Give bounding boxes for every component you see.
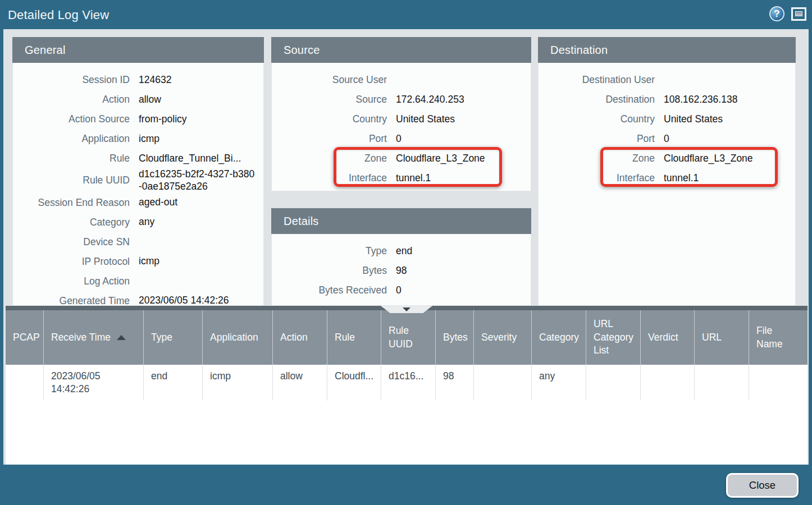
dialog-titlebar: Detailed Log View ? [0,0,812,29]
col-header-label: Category [539,331,579,345]
field-value: 2023/06/05 14:42:26 [139,295,263,306]
field-row-source-port: Port 0 [272,129,531,149]
help-icon-glyph: ? [774,8,779,20]
col-header-url[interactable]: URL [695,310,749,365]
field-label: Destination User [539,74,655,86]
col-header-label: Verdict [648,331,678,345]
field-label: IP Protocol [13,256,130,268]
table-row[interactable]: 2023/06/05 14:42:26 end icmp allow Cloud… [6,365,808,401]
col-header-label: URL Category List [594,318,633,357]
field-value: d1c16235-b2f2-4327-b380-0ae1875e2a26 [139,168,263,193]
field-row-application: Application icmp [13,129,263,149]
sort-ascending-icon [117,335,126,340]
cell-pcap [6,365,44,401]
field-label: Zone [272,153,387,164]
field-row-log-action: Log Action [13,272,263,291]
window-restore-icon[interactable] [791,7,806,21]
field-value: 0 [396,133,531,145]
col-header-action[interactable]: Action [273,310,327,365]
field-row-generated-time: Generated Time 2023/06/05 14:42:26 [13,291,263,306]
col-header-application[interactable]: Application [203,310,273,365]
field-label: Action Source [13,113,130,125]
field-label: Device SN [13,236,130,248]
field-label: Bytes [272,265,387,277]
destination-panel-header: Destination [538,37,796,63]
col-header-verdict[interactable]: Verdict [641,310,695,365]
field-row-source-zone: Zone Cloudflare_L3_Zone [272,149,531,168]
field-label: Source [272,94,387,105]
col-header-label: Application [210,331,258,345]
field-row-ip-protocol: IP Protocol icmp [13,252,263,272]
field-label: Rule UUID [13,175,130,186]
field-value: 172.64.240.253 [396,94,531,106]
cell-application: icmp [203,365,273,401]
field-value: icmp [139,255,263,268]
field-row-source-interface: Interface tunnel.1 [272,168,531,188]
col-header-label: File Name [756,324,800,351]
field-row-rule: Rule Cloudflare_Tunnel_Bi... [13,149,263,168]
general-panel: General Session ID 124632 Action allow A… [12,37,264,306]
field-row-rule-uuid: Rule UUID d1c16235-b2f2-4327-b380-0ae187… [13,168,263,193]
col-header-rule-uuid[interactable]: Rule UUID [381,310,436,365]
field-label: Log Action [13,276,130,287]
field-label: Source User [272,74,387,86]
field-value: from-policy [139,113,263,126]
field-label: Application [13,133,130,145]
panel-table-splitter[interactable] [6,306,808,310]
details-panel-body: Type end Bytes 98 Bytes Received 0 [271,234,531,306]
field-label: Generated Time [13,295,130,306]
col-header-file-name[interactable]: File Name [749,310,808,365]
field-label: Country [272,113,387,125]
field-value: United States [664,113,795,126]
details-panel-header: Details [271,208,531,234]
field-row-destination-user: Destination User [539,70,795,90]
field-label: Category [13,217,130,228]
col-header-pcap[interactable]: PCAP [6,310,44,365]
cell-rule: Cloudfl... [327,365,381,401]
col-header-receive-time[interactable]: Receive Time [44,310,144,365]
details-panel: Details Type end Bytes 98 Bytes Received… [271,208,531,306]
field-label: Port [539,133,655,145]
field-value: United States [396,113,531,126]
field-row-bytes: Bytes 98 [272,261,531,281]
col-header-type[interactable]: Type [144,310,203,365]
field-label: Action [13,94,130,105]
field-label: Destination [539,94,655,105]
field-label: Session End Reason [13,197,130,209]
field-label: Type [272,245,387,257]
col-header-label: Receive Time [51,331,111,345]
col-header-url-category-list[interactable]: URL Category List [586,310,641,365]
col-header-category[interactable]: Category [532,310,586,365]
cell-severity [474,365,532,401]
field-row-action: Action allow [13,90,263,109]
source-panel-header: Source [271,37,531,63]
help-icon[interactable]: ? [769,6,784,21]
field-value: Cloudflare_Tunnel_Bi... [139,153,263,165]
col-header-label: Bytes [443,331,468,345]
field-value: any [139,216,263,228]
field-value: aged-out [139,196,263,209]
chevron-down-icon [403,307,410,311]
cell-type: end [144,365,203,401]
col-header-label: Type [151,331,172,345]
field-label: Rule [13,153,130,164]
field-row-session-end-reason: Session End Reason aged-out [13,193,263,213]
field-value: tunnel.1 [664,172,795,185]
col-header-bytes[interactable]: Bytes [436,310,474,365]
field-row-destination-address: Destination 108.162.236.138 [539,90,795,109]
col-header-severity[interactable]: Severity [474,310,532,365]
cell-url-category-list [586,365,641,401]
field-row-source-country: Country United States [272,109,531,129]
field-label: Zone [539,153,655,164]
cell-url [695,365,749,401]
field-row-source-address: Source 172.64.240.253 [272,90,531,109]
field-value: 0 [664,133,795,145]
field-value: tunnel.1 [396,172,531,185]
titlebar-icons: ? [769,6,806,21]
log-detail-panels: General Session ID 124632 Action allow A… [3,29,809,306]
cell-action: allow [273,365,327,401]
col-header-label: URL [702,331,722,345]
cell-bytes: 98 [436,365,474,401]
col-header-rule[interactable]: Rule [327,310,381,365]
close-button[interactable]: Close [726,473,799,498]
